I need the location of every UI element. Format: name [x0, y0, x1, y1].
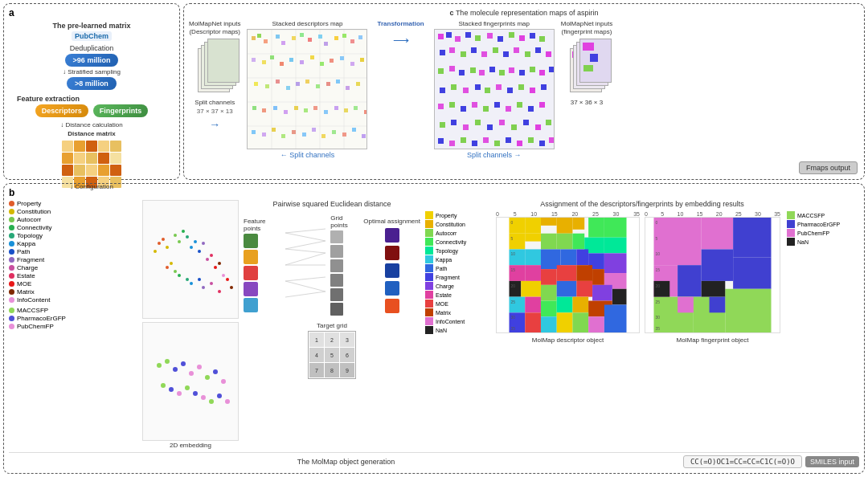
embedding-section: 2D embedding — [142, 200, 239, 449]
svg-rect-138 — [472, 141, 477, 146]
svg-rect-121 — [506, 106, 511, 112]
topology-label: Topology — [17, 232, 43, 239]
leg-kappa: Kappa — [425, 255, 489, 263]
svg-point-184 — [161, 383, 166, 388]
svg-rect-237 — [592, 285, 612, 301]
tg-4: 4 — [309, 348, 324, 362]
feature-list: Property Constitution Autocorr — [9, 200, 137, 304]
fp-leg-maccsfp-sq — [787, 211, 795, 219]
svg-point-189 — [201, 395, 206, 400]
svg-rect-145 — [549, 137, 555, 143]
svg-rect-19 — [334, 36, 338, 40]
leg-nan: NaN — [425, 326, 489, 334]
svg-rect-29 — [310, 55, 314, 59]
svg-rect-225 — [525, 265, 541, 281]
svg-rect-120 — [494, 102, 500, 108]
svg-rect-56 — [354, 106, 358, 110]
svg-rect-59 — [262, 132, 266, 137]
svg-rect-50 — [294, 106, 298, 110]
svg-rect-90 — [525, 51, 530, 57]
assignment-title: Assignment of the descriptors/fingerprin… — [425, 200, 859, 208]
svg-rect-105 — [440, 88, 445, 93]
svg-rect-71 — [438, 34, 444, 39]
tg-9: 9 — [340, 363, 354, 377]
svg-rect-234 — [541, 285, 557, 301]
opt-1 — [385, 228, 399, 243]
fp-sq-4 — [244, 282, 258, 296]
svg-rect-239 — [525, 297, 541, 313]
svg-rect-270 — [702, 281, 726, 297]
svg-text:35: 35 — [655, 327, 660, 331]
fragment-dot — [9, 257, 14, 263]
tg-6: 6 — [340, 348, 354, 362]
svg-rect-78 — [509, 32, 514, 38]
feature-item-estate: Estate — [9, 272, 137, 279]
feature-embedding-section: Property Constitution Autocorr — [9, 189, 137, 449]
svg-rect-30 — [320, 62, 324, 66]
panel-b-inner: Property Constitution Autocorr — [9, 189, 859, 449]
svg-rect-250 — [604, 304, 627, 332]
gp-2 — [330, 245, 343, 258]
pharmacoergfp-dot — [9, 316, 14, 321]
svg-point-157 — [202, 242, 205, 245]
feature-points-col: Feature points — [244, 218, 280, 312]
panel-c-inner: MolMapNet inputs(Descriptor maps) Split … — [189, 20, 859, 168]
svg-rect-108 — [475, 84, 481, 90]
leg-fragment-sq — [425, 273, 433, 281]
feature-item-charge: Charge — [9, 264, 137, 271]
maccsfp-label: MACCSFP — [17, 307, 48, 314]
svg-rect-128 — [475, 120, 481, 125]
svg-rect-115 — [438, 104, 444, 109]
feature-extraction-label: Feature extraction — [17, 95, 80, 103]
svg-rect-235 — [557, 281, 577, 297]
leg-infocontent: InfoContent — [425, 317, 489, 325]
leg-property-sq — [425, 211, 433, 219]
desc-grid-svg: 0 5 10 15 20 25 30 35 — [496, 217, 640, 333]
feature-item-infocontent: InfoContent — [9, 296, 137, 304]
svg-rect-125 — [440, 122, 445, 128]
distance-calc-label: ↓ Distance calculation — [60, 121, 122, 128]
tg-1: 1 — [309, 332, 324, 347]
svg-point-171 — [210, 282, 213, 285]
svg-point-192 — [225, 399, 230, 404]
svg-rect-106 — [451, 84, 457, 90]
gp-6 — [330, 303, 343, 316]
leg-fragment: Fragment — [425, 273, 489, 281]
svg-rect-111 — [507, 88, 513, 93]
svg-rect-249 — [588, 316, 604, 332]
panel-b-bottom-bar: The MolMap object generation CC(=O)OC1=C… — [9, 452, 859, 468]
svg-rect-38 — [286, 86, 290, 90]
connectivity-label: Connectivity — [17, 224, 52, 231]
svg-rect-42 — [326, 82, 330, 86]
svg-rect-53 — [324, 110, 328, 114]
svg-rect-52 — [313, 106, 317, 110]
svg-rect-116 — [449, 102, 455, 108]
target-grid-label: Target grid — [317, 322, 347, 329]
connectivity-dot — [9, 225, 14, 230]
svg-rect-232 — [612, 289, 627, 305]
svg-rect-81 — [539, 36, 545, 42]
svg-rect-102 — [530, 67, 535, 72]
tg-3: 3 — [340, 332, 354, 347]
desc-map-svg — [248, 30, 367, 149]
svg-rect-137 — [461, 137, 466, 143]
infocontent-label: InfoContent — [17, 296, 50, 304]
svg-rect-13 — [281, 41, 285, 45]
svg-point-152 — [182, 230, 185, 233]
svg-rect-101 — [519, 70, 525, 75]
leg-estate: Estate — [425, 291, 489, 299]
svg-line-193 — [285, 229, 326, 233]
svg-point-154 — [190, 246, 193, 249]
grid-points-col: Grid points — [330, 214, 358, 316]
feature-list-container: Property Constitution Autocorr — [9, 200, 137, 330]
feature-item-maccsfp: MACCSFP — [9, 307, 137, 314]
svg-rect-28 — [300, 60, 304, 64]
panel-b: b Property — [3, 183, 865, 474]
svg-rect-211 — [557, 234, 573, 250]
desc-x-axis: 05101520253035 — [496, 211, 640, 217]
svg-point-148 — [166, 246, 169, 249]
svg-rect-214 — [604, 218, 627, 238]
svg-rect-23 — [252, 58, 256, 62]
feature-item-matrix: Matrix — [9, 288, 137, 296]
feature-item-connectivity: Connectivity — [9, 224, 137, 231]
